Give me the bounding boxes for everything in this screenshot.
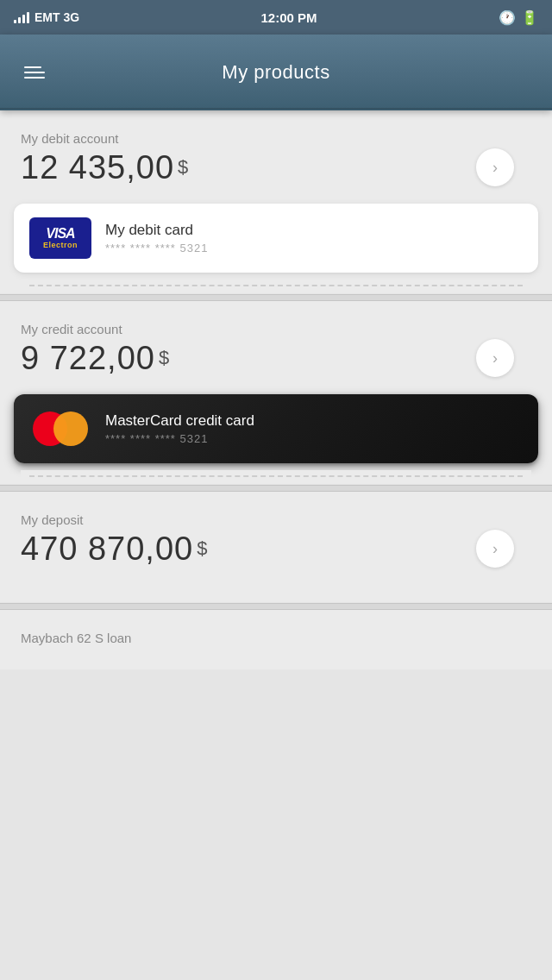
section-divider-3	[0, 603, 552, 610]
credit-account-header: My credit account 9 722,00 $ ›	[21, 322, 531, 394]
debit-card-name: My debit card	[105, 222, 523, 239]
credit-card-name: MasterCard credit card	[105, 412, 523, 430]
debit-account-info: My debit account 12 435,00 $	[21, 131, 189, 204]
mastercard-logo	[29, 408, 91, 449]
signal-icon	[14, 11, 29, 23]
debit-account-label: My debit account	[21, 131, 189, 146]
deposit-header: My deposit 470 870,00 $ ›	[21, 512, 531, 585]
status-time: 12:00 PM	[261, 10, 317, 25]
debit-account-section: My debit account 12 435,00 $ › VISA Elec…	[0, 110, 552, 293]
deposit-amount: 470 870,00 $	[21, 531, 208, 568]
debit-card-info: My debit card **** **** **** 5321	[105, 222, 523, 254]
deposit-arrow-button[interactable]: ›	[476, 530, 514, 568]
nav-title: My products	[222, 61, 329, 84]
credit-card-number: **** **** **** 5321	[105, 432, 523, 445]
debit-account-amount: 12 435,00 $	[21, 149, 189, 186]
debit-account-arrow-button[interactable]: ›	[476, 148, 514, 186]
credit-account-section: My credit account 9 722,00 $ › MasterCar…	[0, 301, 552, 484]
menu-button[interactable]	[17, 60, 52, 85]
debit-card-number: **** **** **** 5321	[105, 242, 523, 254]
credit-card-info: MasterCard credit card **** **** **** 53…	[105, 412, 523, 445]
carrier-text: EMT 3G	[34, 10, 79, 24]
battery-icon: 🔋	[521, 9, 538, 26]
loan-label: Maybach 62 S loan	[21, 631, 531, 645]
debit-card-container: VISA Electron My debit card **** **** **…	[0, 204, 552, 273]
debit-account-header: My debit account 12 435,00 $ ›	[21, 131, 531, 204]
debit-section-stitching	[21, 280, 531, 293]
credit-card[interactable]: MasterCard credit card **** **** **** 53…	[14, 394, 538, 463]
loan-section: Maybach 62 S loan	[0, 610, 552, 669]
credit-section-stitching	[21, 470, 531, 484]
clock-icon: 🕐	[499, 9, 516, 26]
deposit-label: My deposit	[21, 512, 208, 527]
status-bar: EMT 3G 12:00 PM 🕐 🔋	[0, 0, 552, 35]
deposit-info: My deposit 470 870,00 $	[21, 512, 208, 585]
visa-electron-logo: VISA Electron	[29, 217, 91, 259]
debit-card[interactable]: VISA Electron My debit card **** **** **…	[14, 204, 538, 273]
credit-card-container: MasterCard credit card **** **** **** 53…	[0, 394, 552, 463]
credit-account-info: My credit account 9 722,00 $	[21, 322, 170, 394]
section-divider-1	[0, 294, 552, 301]
credit-account-amount: 9 722,00 $	[21, 340, 170, 377]
section-divider-2	[0, 485, 552, 492]
status-right: 🕐 🔋	[499, 9, 538, 26]
nav-bar: My products	[0, 35, 552, 110]
credit-account-label: My credit account	[21, 322, 170, 336]
status-left: EMT 3G	[14, 10, 79, 24]
credit-account-arrow-button[interactable]: ›	[476, 339, 514, 377]
deposit-section: My deposit 470 870,00 $ ›	[0, 492, 552, 602]
main-content: My debit account 12 435,00 $ › VISA Elec…	[0, 110, 552, 980]
